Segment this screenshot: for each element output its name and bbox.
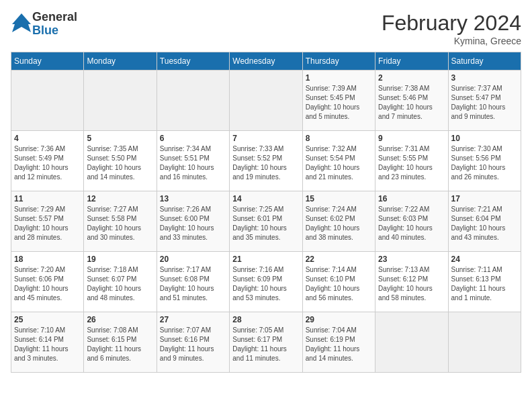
day-info: Sunrise: 7:26 AMSunset: 6:00 PMDaylight:… — [160, 205, 226, 242]
calendar-cell: 10Sunrise: 7:30 AMSunset: 5:56 PMDayligh… — [448, 131, 521, 191]
day-number: 20 — [160, 255, 226, 264]
calendar-cell: 9Sunrise: 7:31 AMSunset: 5:55 PMDaylight… — [375, 131, 448, 191]
calendar-cell: 4Sunrise: 7:36 AMSunset: 5:49 PMDaylight… — [11, 131, 84, 191]
calendar-cell: 29Sunrise: 7:04 AMSunset: 6:19 PMDayligh… — [302, 312, 375, 373]
day-number: 13 — [160, 194, 226, 203]
calendar-week-1: 1Sunrise: 7:39 AMSunset: 5:45 PMDaylight… — [11, 71, 521, 131]
calendar-week-3: 11Sunrise: 7:29 AMSunset: 5:57 PMDayligh… — [11, 191, 521, 252]
day-number: 14 — [232, 194, 299, 203]
day-number: 23 — [378, 255, 445, 264]
day-number: 10 — [451, 134, 518, 143]
day-info: Sunrise: 7:22 AMSunset: 6:03 PMDaylight:… — [378, 205, 445, 242]
day-number: 7 — [232, 134, 299, 143]
day-info: Sunrise: 7:37 AMSunset: 5:47 PMDaylight:… — [451, 84, 518, 122]
weekday-header-friday: Friday — [375, 52, 448, 71]
day-number: 5 — [87, 134, 153, 143]
calendar-table: SundayMondayTuesdayWednesdayThursdayFrid… — [11, 52, 521, 373]
day-number: 28 — [232, 315, 299, 324]
weekday-header-row: SundayMondayTuesdayWednesdayThursdayFrid… — [11, 52, 521, 71]
day-number: 26 — [87, 315, 153, 324]
logo-general: General — [32, 11, 77, 24]
calendar-cell: 5Sunrise: 7:35 AMSunset: 5:50 PMDaylight… — [84, 131, 157, 191]
day-info: Sunrise: 7:14 AMSunset: 6:10 PMDaylight:… — [306, 265, 372, 303]
calendar-cell: 7Sunrise: 7:33 AMSunset: 5:52 PMDaylight… — [230, 131, 302, 191]
day-number: 11 — [14, 194, 81, 203]
calendar-cell — [230, 71, 302, 131]
day-number: 12 — [87, 194, 153, 203]
day-info: Sunrise: 7:36 AMSunset: 5:49 PMDaylight:… — [14, 144, 81, 182]
calendar-cell: 21Sunrise: 7:16 AMSunset: 6:09 PMDayligh… — [230, 252, 302, 312]
day-number: 9 — [378, 134, 445, 143]
day-number: 16 — [378, 194, 445, 203]
calendar-cell: 18Sunrise: 7:20 AMSunset: 6:06 PMDayligh… — [11, 252, 84, 312]
calendar-cell: 28Sunrise: 7:05 AMSunset: 6:17 PMDayligh… — [230, 312, 302, 373]
calendar-cell: 23Sunrise: 7:13 AMSunset: 6:12 PMDayligh… — [375, 252, 448, 312]
day-info: Sunrise: 7:21 AMSunset: 6:04 PMDaylight:… — [451, 205, 518, 242]
day-info: Sunrise: 7:35 AMSunset: 5:50 PMDaylight:… — [87, 144, 153, 182]
calendar-cell: 26Sunrise: 7:08 AMSunset: 6:15 PMDayligh… — [84, 312, 157, 373]
title-area: February 2024 Kymina, Greece — [382, 11, 521, 46]
calendar-cell: 2Sunrise: 7:38 AMSunset: 5:46 PMDaylight… — [375, 71, 448, 131]
day-info: Sunrise: 7:30 AMSunset: 5:56 PMDaylight:… — [451, 144, 518, 182]
calendar-cell: 22Sunrise: 7:14 AMSunset: 6:10 PMDayligh… — [302, 252, 375, 312]
day-info: Sunrise: 7:31 AMSunset: 5:55 PMDaylight:… — [378, 144, 445, 182]
day-info: Sunrise: 7:33 AMSunset: 5:52 PMDaylight:… — [232, 144, 299, 182]
day-number: 4 — [14, 134, 81, 143]
day-info: Sunrise: 7:07 AMSunset: 6:16 PMDaylight:… — [160, 326, 226, 363]
weekday-header-saturday: Saturday — [448, 52, 521, 71]
calendar-cell: 20Sunrise: 7:17 AMSunset: 6:08 PMDayligh… — [157, 252, 229, 312]
day-info: Sunrise: 7:24 AMSunset: 6:02 PMDaylight:… — [306, 205, 372, 242]
calendar-cell — [448, 312, 521, 373]
day-info: Sunrise: 7:08 AMSunset: 6:15 PMDaylight:… — [87, 326, 153, 363]
day-number: 2 — [378, 73, 445, 83]
page-header: General Blue February 2024 Kymina, Greec… — [11, 11, 521, 46]
day-info: Sunrise: 7:18 AMSunset: 6:07 PMDaylight:… — [87, 265, 153, 303]
calendar-cell: 14Sunrise: 7:25 AMSunset: 6:01 PMDayligh… — [230, 191, 302, 252]
day-info: Sunrise: 7:27 AMSunset: 5:58 PMDaylight:… — [87, 205, 153, 242]
calendar-cell: 17Sunrise: 7:21 AMSunset: 6:04 PMDayligh… — [448, 191, 521, 252]
calendar-cell: 19Sunrise: 7:18 AMSunset: 6:07 PMDayligh… — [84, 252, 157, 312]
day-number: 8 — [306, 134, 372, 143]
calendar-cell: 1Sunrise: 7:39 AMSunset: 5:45 PMDaylight… — [302, 71, 375, 131]
logo-text: General Blue — [32, 11, 77, 38]
day-info: Sunrise: 7:25 AMSunset: 6:01 PMDaylight:… — [232, 205, 299, 242]
day-number: 29 — [306, 315, 372, 324]
calendar-cell: 24Sunrise: 7:11 AMSunset: 6:13 PMDayligh… — [448, 252, 521, 312]
calendar-cell: 6Sunrise: 7:34 AMSunset: 5:51 PMDaylight… — [157, 131, 229, 191]
day-number: 18 — [14, 255, 81, 264]
day-number: 1 — [306, 73, 372, 83]
day-info: Sunrise: 7:38 AMSunset: 5:46 PMDaylight:… — [378, 84, 445, 122]
calendar-cell — [84, 71, 157, 131]
day-number: 19 — [87, 255, 153, 264]
svg-marker-0 — [12, 13, 31, 32]
day-number: 21 — [232, 255, 299, 264]
day-number: 17 — [451, 194, 518, 203]
month-title: February 2024 — [382, 11, 521, 36]
calendar-cell: 3Sunrise: 7:37 AMSunset: 5:47 PMDaylight… — [448, 71, 521, 131]
calendar-cell: 8Sunrise: 7:32 AMSunset: 5:54 PMDaylight… — [302, 131, 375, 191]
calendar-cell — [11, 71, 84, 131]
day-info: Sunrise: 7:13 AMSunset: 6:12 PMDaylight:… — [378, 265, 445, 303]
logo-icon — [11, 12, 32, 36]
weekday-header-sunday: Sunday — [11, 52, 84, 71]
weekday-header-wednesday: Wednesday — [230, 52, 302, 71]
day-number: 6 — [160, 134, 226, 143]
calendar-cell: 11Sunrise: 7:29 AMSunset: 5:57 PMDayligh… — [11, 191, 84, 252]
calendar-cell: 12Sunrise: 7:27 AMSunset: 5:58 PMDayligh… — [84, 191, 157, 252]
calendar-cell: 25Sunrise: 7:10 AMSunset: 6:14 PMDayligh… — [11, 312, 84, 373]
day-number: 3 — [451, 73, 518, 83]
day-info: Sunrise: 7:34 AMSunset: 5:51 PMDaylight:… — [160, 144, 226, 182]
day-info: Sunrise: 7:29 AMSunset: 5:57 PMDaylight:… — [14, 205, 81, 242]
calendar-week-2: 4Sunrise: 7:36 AMSunset: 5:49 PMDaylight… — [11, 131, 521, 191]
weekday-header-tuesday: Tuesday — [157, 52, 229, 71]
calendar-cell: 16Sunrise: 7:22 AMSunset: 6:03 PMDayligh… — [375, 191, 448, 252]
location: Kymina, Greece — [382, 36, 521, 46]
calendar-cell: 15Sunrise: 7:24 AMSunset: 6:02 PMDayligh… — [302, 191, 375, 252]
logo: General Blue — [11, 11, 77, 38]
day-info: Sunrise: 7:39 AMSunset: 5:45 PMDaylight:… — [306, 84, 372, 122]
weekday-header-thursday: Thursday — [302, 52, 375, 71]
day-info: Sunrise: 7:11 AMSunset: 6:13 PMDaylight:… — [451, 265, 518, 303]
weekday-header-monday: Monday — [84, 52, 157, 71]
day-info: Sunrise: 7:20 AMSunset: 6:06 PMDaylight:… — [14, 265, 81, 303]
day-info: Sunrise: 7:16 AMSunset: 6:09 PMDaylight:… — [232, 265, 299, 303]
